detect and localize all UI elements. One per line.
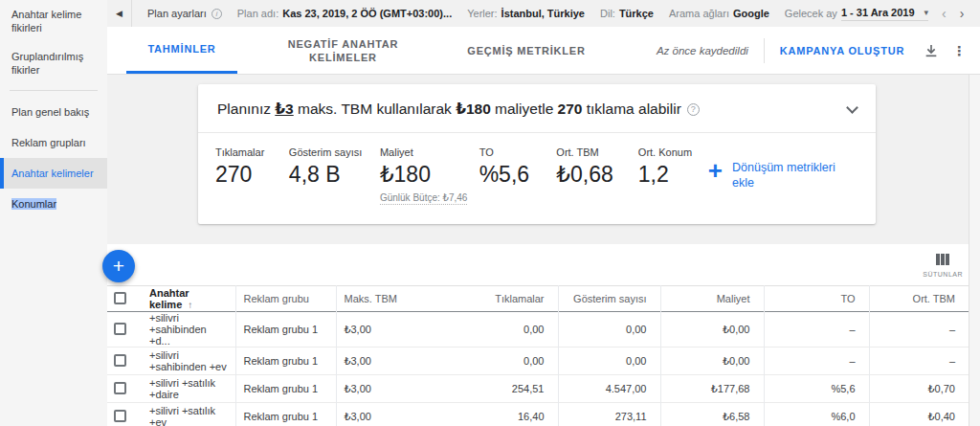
locations-group[interactable]: Yerler: İstanbul, Türkiye xyxy=(467,8,585,19)
sidebar-item-ad-groups[interactable]: Reklam grupları xyxy=(0,127,107,158)
date-range-selector[interactable]: 1 - 31 Ara 2019 ▾ xyxy=(841,7,928,21)
columns-label: SÜTUNLAR xyxy=(923,271,963,278)
networks-value: Google xyxy=(733,8,769,19)
forecast-period-group: Gelecek ay 1 - 31 Ara 2019 ▾ ‹ › xyxy=(785,6,965,21)
row-checkbox[interactable] xyxy=(114,323,126,335)
cell-avg-cpc: – xyxy=(869,312,969,348)
cell-max-cpc[interactable]: ₺3,00 xyxy=(336,403,453,426)
table-row[interactable]: +silivri +satılık +ev Reklam grubu 1 ₺3,… xyxy=(107,403,969,426)
sidebar-item-keyword-ideas[interactable]: Anahtar kelime fikirleri xyxy=(0,0,107,42)
forecast-summary-header: Planınız ₺3 maks. TBM kullanılarak ₺180 … xyxy=(198,84,876,133)
cell-impressions: 4.547,00 xyxy=(558,375,660,403)
more-menu-icon[interactable]: ⋮ xyxy=(952,43,967,58)
metric-impressions: Gösterim sayısı 4,8 B xyxy=(289,146,380,205)
header-cost[interactable]: Maliyet xyxy=(660,286,764,312)
cell-keyword: +silivri +sahibinden +ev xyxy=(142,348,235,375)
sidebar-item-keywords[interactable]: Anahtar kelimeler xyxy=(0,158,107,189)
row-checkbox[interactable] xyxy=(114,410,126,422)
metric-clicks: Tıklamalar 270 xyxy=(215,146,289,205)
select-all-checkbox[interactable] xyxy=(114,292,126,304)
cell-ctr: %6,0 xyxy=(764,403,869,426)
collapse-card-chevron-icon[interactable] xyxy=(846,101,858,114)
add-keyword-fab[interactable]: + xyxy=(102,250,135,282)
header-max-cpc[interactable]: Maks. TBM xyxy=(336,286,453,312)
sidebar-item-grouped-ideas[interactable]: Gruplandırılmış fikirler xyxy=(0,42,107,84)
cell-ctr: – xyxy=(764,348,869,375)
metric-ctr: TO %5,6 xyxy=(479,146,557,205)
row-checkbox[interactable] xyxy=(114,382,126,394)
header-ad-group[interactable]: Reklam grubu xyxy=(235,286,336,312)
networks-label: Arama ağları xyxy=(669,8,729,19)
cell-keyword: +silivri +satılık +daire xyxy=(142,375,235,403)
add-conversion-metrics-button[interactable]: + Dönüşüm metrikleri ekle xyxy=(708,160,857,205)
metric-cost: Maliyet ₺180 Günlük Bütçe: ₺7,46 xyxy=(380,146,479,205)
plan-name-label: Plan adı: xyxy=(237,8,278,19)
language-value: Türkçe xyxy=(619,8,654,19)
plan-name-group[interactable]: Plan adı: Kas 23, 2019, 2 ÖÖ (GMT+03:00)… xyxy=(237,8,452,19)
cell-clicks: 254,51 xyxy=(453,375,558,403)
forecast-metrics-row: Tıklamalar 270 Gösterim sayısı 4,8 B Mal… xyxy=(198,133,876,224)
table-row[interactable]: +silivri +sahibinden +ev Reklam grubu 1 … xyxy=(107,348,969,375)
add-conversion-metrics-label: Dönüşüm metrikleri ekle xyxy=(732,160,857,191)
plus-icon: + xyxy=(708,160,723,181)
tab-negative-keywords[interactable]: NEGATİF ANAHTAR KELİMELER xyxy=(255,27,432,74)
cell-clicks: 16,40 xyxy=(453,403,558,426)
table-row[interactable]: +silivri +sahibinden +d... Reklam grubu … xyxy=(107,312,969,348)
saved-status: Az önce kaydedildi xyxy=(657,45,748,56)
sidebar-item-locations[interactable]: Konumlar xyxy=(0,189,107,219)
header-ctr[interactable]: TO xyxy=(764,286,869,312)
cell-max-cpc[interactable]: ₺3,00 xyxy=(336,312,453,348)
cell-impressions: 273,11 xyxy=(558,403,660,426)
tab-bar: TAHMİNLER NEGATİF ANAHTAR KELİMELER GEÇM… xyxy=(107,27,980,75)
language-group[interactable]: Dil: Türkçe xyxy=(600,8,654,19)
columns-icon xyxy=(936,254,949,265)
networks-group[interactable]: Arama ağları Google xyxy=(669,8,769,19)
create-campaign-button[interactable]: KAMPANYA OLUŞTUR xyxy=(780,45,904,56)
plan-settings-label: Plan ayarları xyxy=(147,8,207,19)
download-icon[interactable] xyxy=(924,43,939,58)
columns-button[interactable]: SÜTUNLAR xyxy=(923,252,963,278)
date-range-value: 1 - 31 Ara 2019 xyxy=(841,7,915,18)
cell-cost: ₺0,00 xyxy=(660,348,764,375)
header-clicks[interactable]: Tıklamalar xyxy=(453,286,558,312)
cell-cost: ₺6,58 xyxy=(660,403,764,426)
tab-historical-metrics[interactable]: GEÇMİŞ METRİKLER xyxy=(445,27,608,74)
back-icon: ◀ xyxy=(116,9,122,18)
cell-cost: ₺177,68 xyxy=(660,375,764,403)
cell-max-cpc[interactable]: ₺3,00 xyxy=(336,375,453,403)
sidebar-divider xyxy=(10,90,98,91)
sidebar: Anahtar kelime fikirleri Gruplandırılmış… xyxy=(0,0,107,426)
cell-clicks: 0,00 xyxy=(453,312,558,348)
info-icon: i xyxy=(212,9,222,19)
cell-cost: ₺0,00 xyxy=(660,312,764,348)
locations-label: Yerler: xyxy=(467,8,497,19)
prev-period-button[interactable]: ‹ xyxy=(942,6,947,21)
cell-keyword: +silivri +satılık +ev xyxy=(142,403,235,426)
cell-ad-group: Reklam grubu 1 xyxy=(235,348,336,375)
cell-avg-cpc: – xyxy=(869,348,969,375)
cell-max-cpc[interactable]: ₺3,00 xyxy=(336,348,453,375)
forecast-summary-card: Planınız ₺3 maks. TBM kullanılarak ₺180 … xyxy=(198,84,876,224)
header-keyword[interactable]: Anahtar kelime↑ xyxy=(142,286,235,312)
tab-forecasts[interactable]: TAHMİNLER xyxy=(126,27,237,74)
header-impressions[interactable]: Gösterim sayısı xyxy=(558,286,660,312)
max-cpc-value[interactable]: ₺3 xyxy=(275,101,293,117)
vertical-scrollbar[interactable] xyxy=(969,75,980,426)
cell-ad-group: Reklam grubu 1 xyxy=(235,403,336,426)
help-icon[interactable]: ? xyxy=(687,103,700,116)
back-button[interactable]: ◀ xyxy=(107,0,132,27)
header-avg-cpc[interactable]: Ort. TBM xyxy=(869,286,969,312)
sidebar-item-plan-overview[interactable]: Plan genel bakış xyxy=(0,97,107,127)
cell-impressions: 0,00 xyxy=(558,312,660,348)
tab-bar-actions: Az önce kaydedildi KAMPANYA OLUŞTUR ⋮ xyxy=(657,27,980,74)
row-checkbox[interactable] xyxy=(114,354,126,367)
cell-avg-cpc: ₺0,40 xyxy=(869,403,969,426)
table-row[interactable]: +silivri +satılık +daire Reklam grubu 1 … xyxy=(107,375,969,403)
plan-settings-bar: ◀ Plan ayarları i Plan adı: Kas 23, 2019… xyxy=(107,0,980,27)
daily-budget[interactable]: Günlük Bütçe: ₺7,46 xyxy=(380,192,467,205)
sort-ascending-icon: ↑ xyxy=(188,300,192,310)
plan-settings-group[interactable]: Plan ayarları i xyxy=(147,8,222,19)
cell-ctr: %5,6 xyxy=(764,375,869,403)
next-period-button[interactable]: › xyxy=(960,6,965,21)
locations-value: İstanbul, Türkiye xyxy=(501,8,585,19)
